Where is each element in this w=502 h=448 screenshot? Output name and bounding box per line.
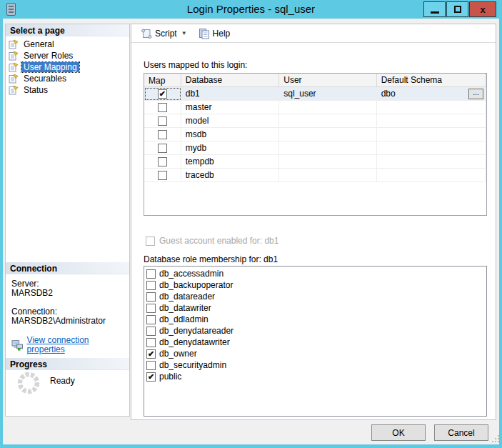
chevron-down-icon: ▼ <box>181 30 187 36</box>
role-checkbox[interactable]: ✔ <box>146 349 156 359</box>
list-item[interactable]: db_ddladmin <box>146 314 486 325</box>
select-a-page-header: Select a page <box>6 24 129 36</box>
role-checkbox[interactable] <box>146 338 156 347</box>
connection-value: MARSDB2\Administrator <box>11 317 126 326</box>
cancel-button[interactable]: Cancel <box>434 424 488 441</box>
role-label: db_backupoperator <box>159 280 233 290</box>
list-item[interactable]: db_denydatawriter <box>146 337 486 348</box>
help-label: Help <box>213 29 231 39</box>
role-label: db_datawriter <box>159 303 211 313</box>
list-item[interactable]: ✔public <box>146 371 486 382</box>
list-item[interactable]: db_backupoperator <box>146 279 486 291</box>
close-icon: x <box>480 4 485 15</box>
database-cell: tracedb <box>181 169 279 182</box>
schema-cell[interactable] <box>377 114 486 128</box>
table-row[interactable]: mydb <box>144 141 486 155</box>
map-checkbox[interactable]: ✔ <box>158 89 167 99</box>
sidebar-item-securables[interactable]: Securables <box>7 73 128 84</box>
login-properties-dialog: Login Properties - sql_user x Select a p… <box>0 0 502 448</box>
help-icon <box>199 28 210 39</box>
connection-header: Connection <box>6 262 129 274</box>
table-row[interactable]: tracedb <box>144 169 486 182</box>
map-checkbox[interactable] <box>158 144 167 153</box>
user-cell[interactable] <box>279 128 376 141</box>
main-panel: Script ▼ Help Users mapped to this login… <box>131 24 496 420</box>
list-item[interactable]: db_datareader <box>146 291 486 302</box>
role-label: db_owner <box>159 349 197 359</box>
table-row[interactable]: msdb <box>144 128 486 141</box>
page-icon <box>9 51 19 61</box>
map-checkbox[interactable] <box>158 116 167 126</box>
role-checkbox[interactable] <box>146 327 156 336</box>
list-item[interactable]: db_accessadmin <box>146 268 486 279</box>
script-button[interactable]: Script ▼ <box>137 26 191 41</box>
sidebar-item-label: Server Roles <box>21 51 75 61</box>
maximize-button[interactable] <box>446 1 468 17</box>
role-membership-label: Database role membership for: db1 <box>144 254 278 264</box>
role-checkbox[interactable] <box>146 315 156 324</box>
ok-button[interactable]: OK <box>371 424 426 441</box>
help-button[interactable]: Help <box>195 26 234 41</box>
column-header-default-schema: Default Schema <box>377 74 486 87</box>
list-item[interactable]: ✔db_owner <box>146 348 486 359</box>
map-checkbox[interactable] <box>158 103 167 112</box>
role-checkbox[interactable] <box>146 292 156 302</box>
script-icon <box>141 28 152 39</box>
list-item[interactable]: db_denydatareader <box>146 325 486 337</box>
schema-cell[interactable] <box>377 128 486 141</box>
user-cell[interactable] <box>279 101 376 114</box>
sidebar-item-status[interactable]: Status <box>7 84 128 96</box>
role-checkbox[interactable] <box>146 269 156 279</box>
role-label: db_denydatareader <box>159 326 234 336</box>
sidebar-item-label: Status <box>21 85 50 95</box>
close-button[interactable]: x <box>469 1 496 17</box>
connection-icon <box>11 339 23 351</box>
table-row[interactable]: master <box>144 101 486 114</box>
column-header-user: User <box>279 74 376 87</box>
table-row[interactable]: model <box>144 114 486 128</box>
role-label: public <box>159 372 181 382</box>
role-label: db_denydatawriter <box>159 337 230 347</box>
role-checkbox[interactable]: ✔ <box>146 372 156 382</box>
table-row[interactable]: tempdb <box>144 155 486 169</box>
window-controls: x <box>423 1 496 17</box>
user-cell[interactable] <box>279 169 376 182</box>
map-checkbox[interactable] <box>158 157 167 166</box>
list-item[interactable]: db_securityadmin <box>146 359 486 371</box>
table-row[interactable]: ✔ db1 sql_user dbo ... <box>144 87 486 101</box>
resize-grip[interactable] <box>491 434 500 443</box>
role-checkbox[interactable] <box>146 361 156 370</box>
user-cell[interactable]: sql_user <box>279 87 376 101</box>
user-cell[interactable] <box>279 155 376 169</box>
sidebar-item-server-roles[interactable]: Server Roles <box>7 50 128 61</box>
server-value: MARSDB2 <box>11 289 126 298</box>
schema-cell[interactable]: dbo ... <box>377 87 486 101</box>
role-label: db_accessadmin <box>159 269 224 279</box>
map-checkbox[interactable] <box>158 171 167 180</box>
user-cell[interactable] <box>279 141 376 155</box>
schema-value: dbo <box>381 89 396 99</box>
role-label: db_datareader <box>159 292 215 302</box>
view-connection-properties-link[interactable]: View connection properties <box>11 336 126 354</box>
schema-cell[interactable] <box>377 155 486 169</box>
schema-cell[interactable] <box>377 101 486 114</box>
browse-schema-button[interactable]: ... <box>468 89 483 99</box>
database-cell: db1 <box>181 87 279 101</box>
guest-account-checkbox-row: Guest account enabled for: db1 <box>146 236 278 246</box>
map-checkbox[interactable] <box>158 130 167 139</box>
progress-spinner-icon <box>16 370 41 396</box>
list-item[interactable]: db_datawriter <box>146 302 486 314</box>
role-checkbox[interactable] <box>146 281 156 290</box>
role-checkbox[interactable] <box>146 304 156 313</box>
database-cell: msdb <box>181 128 279 141</box>
sidebar-item-user-mapping[interactable]: User Mapping <box>7 61 128 73</box>
sidebar-item-general[interactable]: General <box>7 39 128 50</box>
role-membership-list[interactable]: db_accessadmin db_backupoperator db_data… <box>144 266 487 417</box>
title-bar: Login Properties - sql_user x <box>0 0 502 19</box>
database-cell: model <box>181 114 279 128</box>
minimize-icon <box>431 11 439 14</box>
schema-cell[interactable] <box>377 141 486 155</box>
user-cell[interactable] <box>279 114 376 128</box>
minimize-button[interactable] <box>423 1 446 17</box>
schema-cell[interactable] <box>377 169 486 182</box>
